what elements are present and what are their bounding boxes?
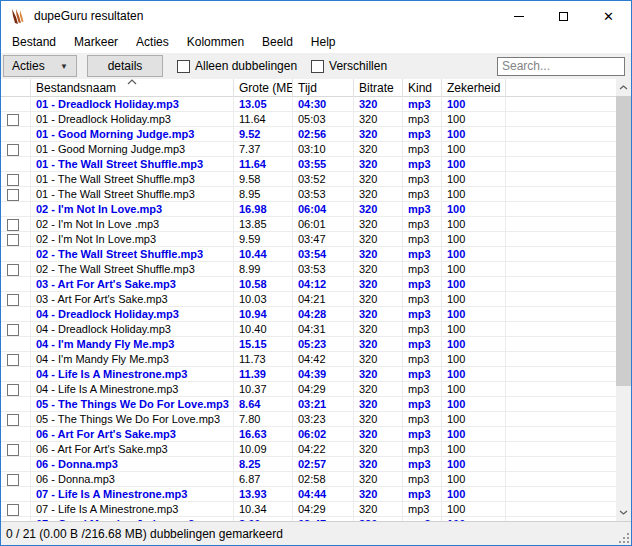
cell-size: 13.05 bbox=[234, 97, 293, 112]
table-row[interactable]: 04 - Dreadlock Holiday.mp3 10.94 04:28 3… bbox=[1, 307, 616, 322]
table-row[interactable]: 02 - The Wall Street Shuffle.mp3 8.99 03… bbox=[1, 262, 616, 277]
header-certainty[interactable]: Zekerheid bbox=[442, 79, 506, 97]
only-duplicates-checkbox-group: Alleen dubbelingen bbox=[177, 59, 297, 73]
menu-item-bestand[interactable]: Bestand bbox=[3, 31, 65, 53]
table-row[interactable]: 07 - Life Is A Minestrone.mp3 10.34 04:2… bbox=[1, 502, 616, 517]
mark-checkbox[interactable] bbox=[7, 234, 19, 246]
cell-kind: mp3 bbox=[403, 172, 442, 187]
results-body: 01 - Dreadlock Holiday.mp3 13.05 04:30 3… bbox=[1, 97, 631, 521]
cell-bitrate: 320 bbox=[354, 202, 403, 217]
scroll-up-button[interactable] bbox=[616, 79, 631, 96]
table-row[interactable]: 02 - I'm Not In Love .mp3 13.85 06:01 32… bbox=[1, 217, 616, 232]
mark-checkbox[interactable] bbox=[7, 294, 19, 306]
header-bitrate[interactable]: Bitrate bbox=[354, 79, 403, 97]
table-row[interactable]: 04 - I'm Mandy Fly Me.mp3 11.73 04:42 32… bbox=[1, 352, 616, 367]
table-row[interactable]: 01 - Dreadlock Holiday.mp3 13.05 04:30 3… bbox=[1, 97, 616, 112]
header-time[interactable]: Tijd bbox=[293, 79, 354, 97]
table-row[interactable]: 04 - I'm Mandy Fly Me.mp3 15.15 05:23 32… bbox=[1, 337, 616, 352]
table-row[interactable]: 06 - Art For Art's Sake.mp3 10.09 04:22 … bbox=[1, 442, 616, 457]
search-input[interactable] bbox=[497, 57, 625, 76]
cell-kind: mp3 bbox=[403, 412, 442, 427]
scroll-down-button[interactable] bbox=[616, 504, 631, 521]
mark-checkbox[interactable] bbox=[7, 264, 19, 276]
cell-certainty: 100 bbox=[442, 457, 506, 472]
header-kind[interactable]: Kind bbox=[403, 79, 442, 97]
table-row[interactable]: 01 - Good Morning Judge.mp3 9.52 02:56 3… bbox=[1, 127, 616, 142]
cell-time: 03:53 bbox=[293, 187, 354, 202]
mark-checkbox[interactable] bbox=[7, 384, 19, 396]
table-row[interactable]: 06 - Donna.mp3 6.87 02:58 320 mp3 100 bbox=[1, 472, 616, 487]
minimize-icon bbox=[514, 16, 524, 17]
menu-item-beeld[interactable]: Beeld bbox=[253, 31, 302, 53]
menu-item-markeer[interactable]: Markeer bbox=[65, 31, 127, 53]
differences-label: Verschillen bbox=[329, 59, 387, 73]
table-row[interactable]: 02 - I'm Not In Love.mp3 9.59 03:47 320 … bbox=[1, 232, 616, 247]
cell-filename: 01 - The Wall Street Shuffle.mp3 bbox=[31, 172, 234, 187]
cell-bitrate: 320 bbox=[354, 397, 403, 412]
menu-item-acties[interactable]: Acties bbox=[127, 31, 178, 53]
cell-kind: mp3 bbox=[403, 277, 442, 292]
table-row[interactable]: 02 - The Wall Street Shuffle.mp3 10.44 0… bbox=[1, 247, 616, 262]
actions-dropdown-button[interactable]: Acties ▼ bbox=[3, 55, 77, 77]
table-row[interactable]: 05 - The Things We Do For Love.mp3 8.64 … bbox=[1, 397, 616, 412]
table-row[interactable]: 07 - Life Is A Minestrone.mp3 13.93 04:4… bbox=[1, 487, 616, 502]
mark-checkbox[interactable] bbox=[7, 444, 19, 456]
table-row[interactable]: 05 - The Things We Do For Love.mp3 7.80 … bbox=[1, 412, 616, 427]
details-button[interactable]: details bbox=[87, 55, 163, 77]
mark-checkbox[interactable] bbox=[7, 114, 19, 126]
table-row[interactable]: 02 - I'm Not In Love.mp3 16.98 06:04 320… bbox=[1, 202, 616, 217]
mark-checkbox[interactable] bbox=[7, 219, 19, 231]
table-row[interactable]: 01 - The Wall Street Shuffle.mp3 11.64 0… bbox=[1, 157, 616, 172]
menu-item-help[interactable]: Help bbox=[302, 31, 345, 53]
table-row[interactable]: 01 - Good Morning Judge.mp3 7.37 03:10 3… bbox=[1, 142, 616, 157]
table-row[interactable]: 04 - Dreadlock Holiday.mp3 10.40 04:31 3… bbox=[1, 322, 616, 337]
cell-certainty: 100 bbox=[442, 502, 506, 517]
table-row[interactable]: 04 - Life Is A Minestrone.mp3 10.37 04:2… bbox=[1, 382, 616, 397]
mark-checkbox[interactable] bbox=[7, 174, 19, 186]
table-row[interactable]: 06 - Donna.mp3 8.25 02:57 320 mp3 100 bbox=[1, 457, 616, 472]
mark-cell bbox=[1, 472, 31, 487]
mark-checkbox[interactable] bbox=[7, 414, 19, 426]
cell-bitrate: 320 bbox=[354, 97, 403, 112]
cell-size: 10.34 bbox=[234, 502, 293, 517]
mark-cell bbox=[1, 292, 31, 307]
only-duplicates-checkbox[interactable] bbox=[177, 60, 190, 73]
mark-checkbox[interactable] bbox=[7, 354, 19, 366]
chevron-down-icon: ▼ bbox=[60, 62, 68, 71]
close-button[interactable]: ✕ bbox=[586, 1, 631, 31]
table-row[interactable]: 06 - Art For Art's Sake.mp3 16.63 06:02 … bbox=[1, 427, 616, 442]
cell-bitrate: 320 bbox=[354, 457, 403, 472]
header-mark-column[interactable] bbox=[1, 79, 31, 97]
mark-checkbox[interactable] bbox=[7, 474, 19, 486]
cell-size: 8.99 bbox=[234, 262, 293, 277]
table-row[interactable]: 03 - Art For Art's Sake.mp3 10.58 04:12 … bbox=[1, 277, 616, 292]
actions-dropdown-label: Acties bbox=[12, 59, 45, 73]
table-row[interactable]: 01 - Dreadlock Holiday.mp3 11.64 05:03 3… bbox=[1, 112, 616, 127]
table-row[interactable]: 01 - The Wall Street Shuffle.mp3 8.95 03… bbox=[1, 187, 616, 202]
mark-checkbox[interactable] bbox=[7, 144, 19, 156]
cell-certainty: 100 bbox=[442, 352, 506, 367]
cell-filler bbox=[506, 172, 616, 187]
cell-filler bbox=[506, 442, 616, 457]
header-size[interactable]: Grote (ME bbox=[234, 79, 293, 97]
cell-time: 03:52 bbox=[293, 172, 354, 187]
differences-checkbox[interactable] bbox=[311, 60, 324, 73]
table-row[interactable]: 04 - Life Is A Minestrone.mp3 11.39 04:3… bbox=[1, 367, 616, 382]
minimize-button[interactable] bbox=[496, 1, 541, 31]
cell-size: 10.40 bbox=[234, 322, 293, 337]
differences-checkbox-group: Verschillen bbox=[311, 59, 387, 73]
cell-size: 8.95 bbox=[234, 187, 293, 202]
resize-grip[interactable] bbox=[618, 532, 630, 544]
cell-filename: 03 - Art For Art's Sake.mp3 bbox=[31, 292, 234, 307]
table-row[interactable]: 01 - The Wall Street Shuffle.mp3 9.58 03… bbox=[1, 172, 616, 187]
close-icon: ✕ bbox=[603, 10, 614, 23]
menu-item-kolommen[interactable]: Kolommen bbox=[178, 31, 253, 53]
table-row[interactable]: 03 - Art For Art's Sake.mp3 10.03 04:21 … bbox=[1, 292, 616, 307]
scrollbar-thumb[interactable] bbox=[616, 96, 631, 386]
mark-checkbox[interactable] bbox=[7, 504, 19, 516]
maximize-button[interactable] bbox=[541, 1, 586, 31]
mark-checkbox[interactable] bbox=[7, 324, 19, 336]
cell-certainty: 100 bbox=[442, 277, 506, 292]
mark-checkbox[interactable] bbox=[7, 189, 19, 201]
cell-size: 16.63 bbox=[234, 427, 293, 442]
